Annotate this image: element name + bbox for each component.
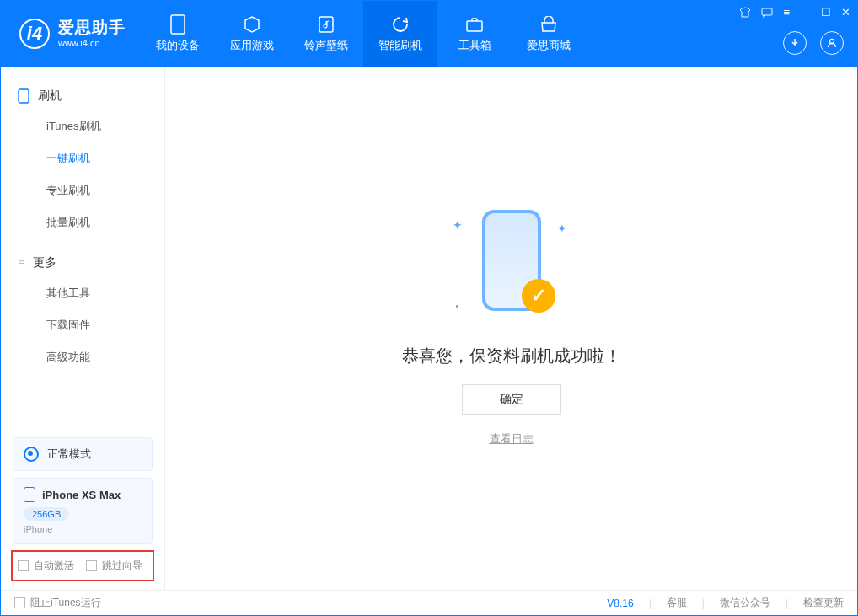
download-button[interactable] — [783, 31, 807, 55]
device-small-icon — [24, 487, 35, 502]
device-card[interactable]: iPhone XS Max 256GB iPhone — [13, 478, 153, 544]
mode-icon — [24, 447, 39, 462]
tab-label: 铃声壁纸 — [304, 38, 348, 53]
statusbar: 阻止iTunes运行 V8.16 | 客服 | 微信公众号 | 检查更新 — [1, 590, 857, 615]
minimize-icon[interactable]: — — [800, 6, 811, 19]
sidebar: 刷机 iTunes刷机 一键刷机 专业刷机 批量刷机 ≡ 更多 其他工具 下载固… — [1, 67, 165, 590]
checkbox-icon — [18, 560, 29, 571]
sidebar-item-itunes-flash[interactable]: iTunes刷机 — [1, 110, 164, 142]
success-illustration: ✦ ✦ • ✓ — [444, 210, 579, 328]
titlebar-controls: ≡ — ☐ ✕ — [739, 6, 850, 19]
header: i4 爱思助手 www.i4.cn 我的设备 应用游戏 铃声壁纸 智能刷机 工具… — [1, 1, 857, 67]
sidebar-item-batch-flash[interactable]: 批量刷机 — [1, 206, 164, 238]
check-update-link[interactable]: 检查更新 — [803, 596, 844, 610]
sidebar-item-other-tools[interactable]: 其他工具 — [1, 277, 164, 309]
music-icon — [316, 14, 336, 35]
logo: i4 爱思助手 www.i4.cn — [1, 19, 141, 49]
ok-button[interactable]: 确定 — [462, 384, 561, 415]
sidebar-item-download-firmware[interactable]: 下载固件 — [1, 309, 164, 341]
checkbox-block-itunes[interactable]: 阻止iTunes运行 — [14, 596, 101, 610]
sparkle-icon: ✦ — [557, 222, 567, 235]
checkbox-skip-guide[interactable]: 跳过向导 — [86, 559, 142, 573]
support-link[interactable]: 客服 — [667, 596, 687, 610]
main-content: ✦ ✦ • ✓ 恭喜您，保资料刷机成功啦！ 确定 查看日志 — [165, 67, 857, 590]
refresh-icon — [390, 14, 410, 35]
app-logo-icon: i4 — [19, 19, 50, 49]
version-label: V8.16 — [607, 597, 633, 609]
svg-rect-0 — [171, 15, 185, 34]
user-button[interactable] — [820, 31, 844, 55]
svg-point-4 — [830, 40, 834, 44]
checkbox-auto-activate[interactable]: 自动激活 — [18, 559, 74, 573]
app-title: 爱思助手 — [58, 19, 126, 38]
toolbox-icon — [464, 14, 485, 35]
sparkle-icon: • — [456, 302, 459, 311]
svg-rect-5 — [19, 89, 29, 103]
sidebar-section-flash: 刷机 — [1, 82, 164, 110]
tab-label: 工具箱 — [458, 38, 491, 53]
store-icon — [539, 14, 559, 35]
view-log-link[interactable]: 查看日志 — [490, 431, 534, 447]
list-icon: ≡ — [18, 256, 24, 270]
phone-icon — [18, 88, 29, 104]
checkbox-icon — [86, 560, 97, 571]
tab-label: 智能刷机 — [378, 38, 422, 53]
wechat-link[interactable]: 微信公众号 — [720, 596, 770, 610]
device-name: iPhone XS Max — [42, 489, 121, 501]
device-type: iPhone — [24, 524, 142, 534]
tab-my-device[interactable]: 我的设备 — [141, 1, 215, 67]
menu-icon[interactable]: ≡ — [783, 6, 790, 19]
mode-label: 正常模式 — [47, 447, 91, 462]
sidebar-section-more: ≡ 更多 — [1, 249, 164, 277]
shirt-icon[interactable] — [739, 7, 751, 19]
options-highlight-box: 自动激活 跳过向导 — [11, 550, 154, 581]
tab-ringtones[interactable]: 铃声壁纸 — [289, 1, 363, 67]
sparkle-icon: ✦ — [453, 218, 463, 232]
app-subtitle: www.i4.cn — [58, 38, 126, 49]
device-capacity: 256GB — [24, 507, 69, 521]
checkbox-icon — [14, 597, 25, 608]
mode-card[interactable]: 正常模式 — [13, 437, 153, 471]
success-message: 恭喜您，保资料刷机成功啦！ — [402, 345, 621, 367]
maximize-icon[interactable]: ☐ — [821, 6, 831, 19]
close-icon[interactable]: ✕ — [841, 6, 850, 19]
svg-rect-2 — [467, 21, 482, 31]
tab-flash[interactable]: 智能刷机 — [363, 1, 437, 67]
feedback-icon[interactable] — [761, 7, 773, 19]
device-icon — [168, 14, 188, 35]
sidebar-item-pro-flash[interactable]: 专业刷机 — [1, 174, 164, 206]
header-tabs: 我的设备 应用游戏 铃声壁纸 智能刷机 工具箱 爱思商城 — [141, 1, 586, 67]
header-actions — [783, 31, 844, 55]
tab-label: 应用游戏 — [230, 38, 274, 53]
sidebar-item-oneclick-flash[interactable]: 一键刷机 — [1, 142, 164, 174]
tab-store[interactable]: 爱思商城 — [512, 1, 586, 67]
tab-label: 我的设备 — [156, 38, 200, 53]
svg-rect-3 — [762, 8, 772, 15]
cube-icon — [242, 14, 262, 35]
check-badge-icon: ✓ — [522, 279, 555, 313]
sidebar-item-advanced[interactable]: 高级功能 — [1, 341, 164, 373]
tab-label: 爱思商城 — [527, 38, 571, 53]
tab-toolbox[interactable]: 工具箱 — [437, 1, 512, 67]
tab-apps[interactable]: 应用游戏 — [215, 1, 289, 67]
